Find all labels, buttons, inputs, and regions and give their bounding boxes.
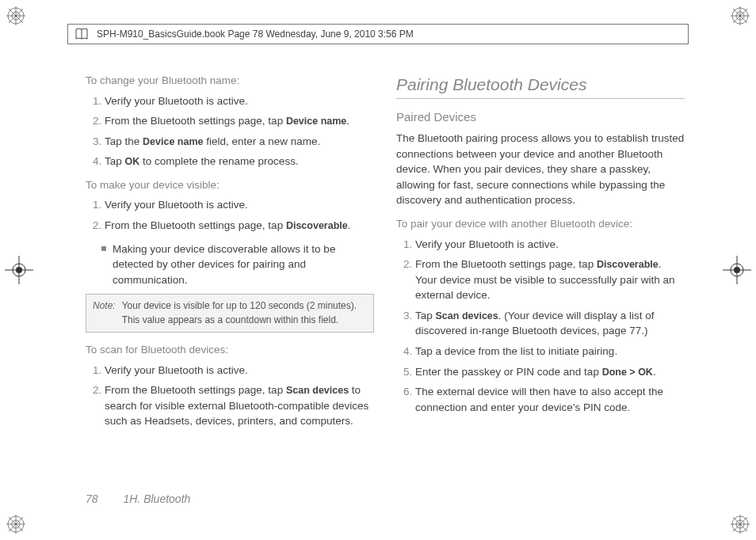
procedure-heading: To pair your device with another Bluetoo… <box>396 216 685 232</box>
step-text: to complete the rename process. <box>139 155 298 167</box>
left-column: To change your Bluetooth name: Verify yo… <box>86 73 374 485</box>
right-column: Pairing Bluetooth Devices Paired Devices… <box>396 73 685 485</box>
book-icon <box>74 27 89 41</box>
steps-list: Verify your Bluetooth is active.From the… <box>86 93 374 169</box>
svg-point-27 <box>16 267 22 273</box>
step-text: Verify your Bluetooth is active. <box>105 95 248 107</box>
step-text: The external device will then have to al… <box>415 386 663 413</box>
ui-label: Discoverable <box>286 220 348 231</box>
step-text: From the Bluetooth settings page, tap <box>105 384 286 396</box>
step-text: Tap the <box>105 135 143 147</box>
ui-label: OK <box>125 156 140 167</box>
ui-label: Device name <box>143 136 203 147</box>
step-text: Enter the passkey or PIN code and tap <box>415 366 602 378</box>
crop-mark-icon <box>731 515 750 534</box>
square-bullet-icon <box>101 246 106 251</box>
step-text: From the Bluetooth settings page, tap <box>415 258 597 270</box>
step-text: . <box>653 366 656 378</box>
subsection-heading: Paired Devices <box>396 108 685 126</box>
procedure-heading: To make your device visible: <box>86 177 374 193</box>
ui-label: Discoverable <box>597 259 659 270</box>
crop-mark-icon <box>6 515 25 534</box>
note-box: Note: Your device is visible for up to 1… <box>86 294 374 333</box>
step-text: From the Bluetooth settings page, tap <box>105 219 286 231</box>
registration-mark-icon <box>5 256 33 284</box>
ui-label: Scan devices <box>436 310 498 321</box>
step-item: From the Bluetooth settings page, tap Sc… <box>105 382 374 429</box>
paragraph: The Bluetooth pairing process allows you… <box>396 131 685 208</box>
step-text: field, enter a new name. <box>203 135 320 147</box>
section-title: Pairing Bluetooth Devices <box>396 73 685 99</box>
step-item: Tap Scan devices. (Your device will disp… <box>415 308 685 339</box>
step-item: Verify your Bluetooth is active. <box>105 93 374 109</box>
step-item: From the Bluetooth settings page, tap De… <box>105 113 374 129</box>
step-text: Verify your Bluetooth is active. <box>105 364 248 376</box>
note-label: Note: <box>93 299 116 327</box>
crop-mark-icon <box>731 6 750 25</box>
step-text: . <box>346 115 349 127</box>
sub-bullet-text: Making your device discoverable allows i… <box>113 241 374 288</box>
step-item: The external device will then have to al… <box>415 384 685 415</box>
step-item: Enter the passkey or PIN code and tap Do… <box>415 364 685 380</box>
footer-section: 1H. Bluetooth <box>123 492 190 505</box>
step-text: Verify your Bluetooth is active. <box>415 238 559 250</box>
ui-label: Done > OK <box>602 367 653 378</box>
steps-list: Verify your Bluetooth is active.From the… <box>86 363 374 429</box>
crop-mark-icon <box>6 6 25 25</box>
page-content: To change your Bluetooth name: Verify yo… <box>86 73 685 485</box>
steps-list: Verify your Bluetooth is active.From the… <box>396 237 685 416</box>
ui-label: Device name <box>286 116 346 127</box>
step-text: Tap <box>105 155 125 167</box>
step-item: Tap a device from the list to initiate p… <box>415 344 685 359</box>
step-text: From the Bluetooth settings page, tap <box>105 115 286 127</box>
print-header: SPH-M910_BasicsGuide.book Page 78 Wednes… <box>67 24 689 44</box>
note-text: Your device is visible for up to 120 sec… <box>122 299 367 327</box>
step-text: Verify your Bluetooth is active. <box>105 199 248 211</box>
step-text: Tap <box>415 310 436 321</box>
procedure-heading: To scan for Bluetooth devices: <box>86 342 374 358</box>
step-text: Tap a device from the list to initiate p… <box>415 345 617 357</box>
step-item: Verify your Bluetooth is active. <box>105 197 374 213</box>
step-item: Verify your Bluetooth is active. <box>415 237 685 253</box>
page-number: 78 <box>86 492 98 505</box>
step-item: Tap OK to complete the rename process. <box>105 154 374 169</box>
print-header-text: SPH-M910_BasicsGuide.book Page 78 Wednes… <box>97 29 414 40</box>
step-item: Tap the Device name field, enter a new n… <box>105 134 374 150</box>
step-item: Verify your Bluetooth is active. <box>105 363 374 378</box>
step-item: From the Bluetooth settings page, tap Di… <box>105 218 374 234</box>
page-footer: 78 1H. Bluetooth <box>86 492 190 505</box>
sub-bullet: Making your device discoverable allows i… <box>101 241 374 288</box>
registration-mark-icon <box>723 256 751 284</box>
step-item: From the Bluetooth settings page, tap Di… <box>415 257 685 303</box>
step-text: . <box>348 219 351 231</box>
svg-point-31 <box>734 267 740 273</box>
steps-list: Verify your Bluetooth is active.From the… <box>86 197 374 233</box>
procedure-heading: To change your Bluetooth name: <box>86 73 374 89</box>
ui-label: Scan devices <box>286 385 349 396</box>
